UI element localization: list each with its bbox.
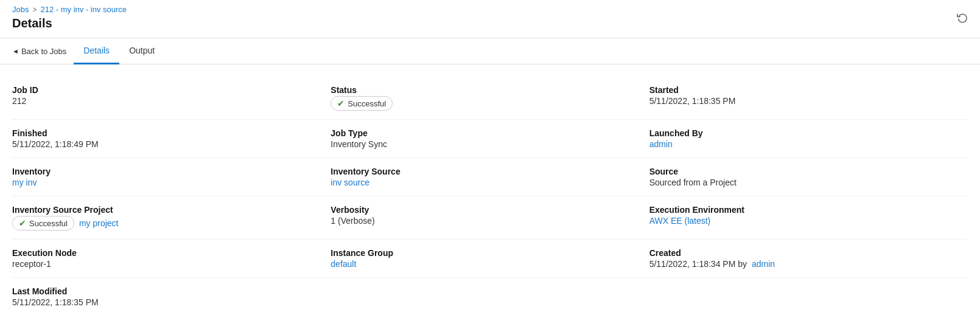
label-inventory-source: Inventory Source bbox=[331, 167, 639, 176]
value-finished: 5/11/2022, 1:18:49 PM bbox=[12, 139, 321, 149]
value-inventory-source: inv source bbox=[331, 178, 639, 187]
label-inv-source-project: Inventory Source Project bbox=[12, 205, 321, 215]
value-execution-env: AWX EE (latest) bbox=[649, 216, 968, 226]
label-inventory: Inventory bbox=[12, 167, 321, 176]
detail-started: Started 5/11/2022, 1:18:35 PM bbox=[649, 77, 968, 120]
value-verbosity: 1 (Verbose) bbox=[331, 216, 639, 226]
page-header: Jobs > 212 - my inv - inv source Details bbox=[0, 0, 980, 38]
value-execution-node: receptor-1 bbox=[12, 259, 321, 269]
label-started: Started bbox=[649, 85, 968, 95]
check-icon: ✔ bbox=[337, 99, 345, 108]
status-text: Successful bbox=[348, 99, 386, 108]
detail-execution-env: Execution Environment AWX EE (latest) bbox=[649, 196, 968, 240]
detail-source: Source Sourced from a Project bbox=[649, 158, 968, 196]
back-label: Back to Jobs bbox=[21, 47, 66, 56]
label-instance-group: Instance Group bbox=[331, 248, 639, 258]
label-last-modified: Last Modified bbox=[12, 286, 321, 296]
detail-launched-by: Launched By admin bbox=[649, 120, 968, 158]
details-grid: Job ID 212 Status ✔ Successful Started 5… bbox=[12, 77, 968, 315]
label-execution-env: Execution Environment bbox=[649, 205, 968, 215]
detail-job-type: Job Type Inventory Sync bbox=[331, 120, 649, 158]
back-arrow-icon: ◄ bbox=[12, 47, 19, 55]
value-status: ✔ Successful bbox=[331, 96, 639, 111]
label-status: Status bbox=[331, 85, 639, 95]
inventory-link[interactable]: my inv bbox=[12, 178, 37, 187]
label-job-id: Job ID bbox=[12, 85, 321, 95]
label-job-type: Job Type bbox=[331, 128, 639, 138]
tab-details[interactable]: Details bbox=[74, 38, 119, 64]
detail-last-modified: Last Modified 5/11/2022, 1:18:35 PM bbox=[12, 278, 331, 315]
label-launched-by: Launched By bbox=[649, 128, 968, 138]
value-inventory: my inv bbox=[12, 178, 321, 187]
detail-status: Status ✔ Successful bbox=[331, 77, 649, 120]
inv-source-project-status: Successful bbox=[29, 219, 68, 228]
value-launched-by: admin bbox=[649, 139, 968, 149]
detail-inv-source-project: Inventory Source Project ✔ Successful my… bbox=[12, 196, 331, 240]
history-icon bbox=[957, 12, 968, 23]
detail-empty-2 bbox=[649, 278, 968, 315]
breadcrumb-jobs-link[interactable]: Jobs bbox=[12, 5, 29, 14]
value-inv-source-project: ✔ Successful my project bbox=[12, 216, 321, 230]
label-finished: Finished bbox=[12, 128, 321, 138]
label-execution-node: Execution Node bbox=[12, 248, 321, 258]
value-source: Sourced from a Project bbox=[649, 178, 968, 187]
detail-inventory: Inventory my inv bbox=[12, 158, 331, 196]
detail-execution-node: Execution Node receptor-1 bbox=[12, 240, 331, 278]
detail-instance-group: Instance Group default bbox=[331, 240, 649, 278]
value-last-modified: 5/11/2022, 1:18:35 PM bbox=[12, 297, 321, 307]
tab-output[interactable]: Output bbox=[119, 38, 164, 64]
status-badge: ✔ Successful bbox=[331, 96, 393, 111]
created-date: 5/11/2022, 1:18:34 PM by bbox=[649, 259, 747, 269]
value-started: 5/11/2022, 1:18:35 PM bbox=[649, 96, 968, 106]
label-verbosity: Verbosity bbox=[331, 205, 639, 215]
details-panel: Job ID 212 Status ✔ Successful Started 5… bbox=[0, 64, 980, 315]
value-created: 5/11/2022, 1:18:34 PM by admin bbox=[649, 259, 968, 269]
detail-job-id: Job ID 212 bbox=[12, 77, 331, 120]
check-icon-2: ✔ bbox=[19, 218, 26, 228]
detail-empty-1 bbox=[331, 278, 649, 315]
tab-bar: ◄ Back to Jobs Details Output bbox=[0, 38, 980, 64]
label-source: Source bbox=[649, 167, 968, 176]
history-icon-button[interactable] bbox=[957, 12, 968, 26]
instance-group-link[interactable]: default bbox=[331, 259, 356, 269]
inventory-source-link[interactable]: inv source bbox=[331, 178, 369, 187]
breadcrumb: Jobs > 212 - my inv - inv source bbox=[12, 5, 968, 14]
detail-finished: Finished 5/11/2022, 1:18:49 PM bbox=[12, 120, 331, 158]
page-title: Details bbox=[12, 16, 968, 30]
label-created: Created bbox=[649, 248, 968, 258]
execution-env-link[interactable]: AWX EE (latest) bbox=[649, 216, 711, 226]
value-job-id: 212 bbox=[12, 96, 321, 106]
my-project-link[interactable]: my project bbox=[79, 218, 119, 228]
value-instance-group: default bbox=[331, 259, 639, 269]
breadcrumb-separator: > bbox=[32, 5, 37, 14]
back-to-jobs-button[interactable]: ◄ Back to Jobs bbox=[12, 40, 74, 63]
detail-created: Created 5/11/2022, 1:18:34 PM by admin bbox=[649, 240, 968, 278]
created-by-link[interactable]: admin bbox=[752, 259, 775, 269]
breadcrumb-current: 212 - my inv - inv source bbox=[40, 5, 127, 14]
inv-source-project-badge: ✔ Successful bbox=[12, 216, 74, 230]
launched-by-link[interactable]: admin bbox=[649, 139, 673, 149]
detail-verbosity: Verbosity 1 (Verbose) bbox=[331, 196, 649, 240]
content-area: ◄ Back to Jobs Details Output Job ID 212… bbox=[0, 38, 980, 315]
value-job-type: Inventory Sync bbox=[331, 139, 639, 149]
detail-inventory-source: Inventory Source inv source bbox=[331, 158, 649, 196]
